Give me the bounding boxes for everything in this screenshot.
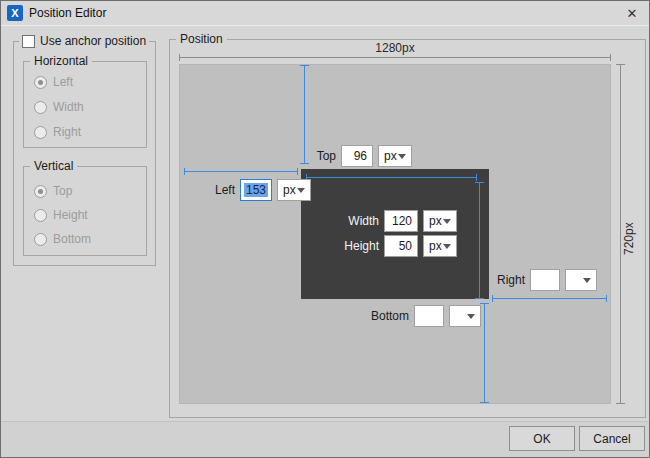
widget-rect xyxy=(301,169,489,299)
right-field-row: Right xyxy=(495,269,597,291)
cancel-button[interactable]: Cancel xyxy=(579,426,645,451)
page-width-ruler xyxy=(179,57,611,58)
radio-icon xyxy=(34,126,47,139)
app-icon: X xyxy=(7,5,23,21)
right-label: Right xyxy=(495,273,525,287)
left-field-row: Left 153 px xyxy=(209,179,311,201)
left-measure-line xyxy=(184,171,298,172)
bottom-measure-line xyxy=(484,303,485,403)
radio-icon xyxy=(34,101,47,114)
horizontal-caption: Horizontal xyxy=(30,54,92,68)
height-label: Height xyxy=(341,239,379,253)
close-icon[interactable]: ✕ xyxy=(621,4,643,22)
height-unit-value: px xyxy=(429,239,442,253)
width-unit-value: px xyxy=(429,214,442,228)
height-input[interactable]: 50 xyxy=(384,235,418,257)
top-label: Top xyxy=(312,149,336,163)
selected-text: 153 xyxy=(244,183,268,197)
top-unit-value: px xyxy=(384,149,397,163)
window-title: Position Editor xyxy=(29,6,621,20)
radio-right[interactable]: Right xyxy=(34,125,81,139)
height-measure-line xyxy=(479,182,480,299)
right-unit-dropdown[interactable] xyxy=(565,269,597,291)
top-unit-dropdown[interactable]: px xyxy=(378,145,412,167)
titlebar: X Position Editor ✕ xyxy=(1,1,649,26)
width-label: Width xyxy=(341,214,379,228)
radio-width[interactable]: Width xyxy=(34,100,84,114)
width-field-row: Width 120 px xyxy=(341,210,457,232)
radio-icon xyxy=(34,76,47,89)
page-width-label: 1280px xyxy=(179,41,611,55)
vertical-caption: Vertical xyxy=(30,159,77,173)
radio-top[interactable]: Top xyxy=(34,184,72,198)
right-measure-line xyxy=(492,298,607,299)
use-anchor-checkbox[interactable]: Use anchor position xyxy=(19,34,149,48)
bottom-unit-dropdown[interactable] xyxy=(449,305,481,327)
dropdown-arrow-icon xyxy=(297,188,305,193)
top-input[interactable]: 96 xyxy=(341,145,373,167)
left-label: Left xyxy=(209,183,235,197)
bottom-label: Bottom xyxy=(367,309,409,323)
checkbox-icon xyxy=(22,35,35,48)
left-unit-dropdown[interactable]: px xyxy=(277,179,311,201)
radio-icon xyxy=(34,209,47,222)
bottom-input[interactable] xyxy=(414,305,444,327)
right-input[interactable] xyxy=(530,269,560,291)
bottom-field-row: Bottom xyxy=(367,305,481,327)
top-field-row: Top 96 px xyxy=(312,145,412,167)
ok-button[interactable]: OK xyxy=(509,426,575,451)
dropdown-arrow-icon xyxy=(443,244,451,249)
dropdown-arrow-icon xyxy=(467,314,475,319)
dropdown-arrow-icon xyxy=(443,219,451,224)
top-measure-line xyxy=(304,65,305,164)
width-measure-line xyxy=(306,177,477,178)
radio-icon xyxy=(34,185,47,198)
page-height-ruler xyxy=(620,64,621,404)
left-input[interactable]: 153 xyxy=(240,179,272,201)
position-editor-dialog: X Position Editor ✕ Use anchor position … xyxy=(0,0,650,458)
width-unit-dropdown[interactable]: px xyxy=(423,210,457,232)
app-icon-glyph: X xyxy=(11,7,18,19)
use-anchor-label: Use anchor position xyxy=(40,34,146,48)
height-unit-dropdown[interactable]: px xyxy=(423,235,457,257)
left-unit-value: px xyxy=(283,183,296,197)
radio-left[interactable]: Left xyxy=(34,75,73,89)
dropdown-arrow-icon xyxy=(583,278,591,283)
page-height-label: 720px xyxy=(622,215,636,255)
radio-icon xyxy=(34,233,47,246)
radio-bottom[interactable]: Bottom xyxy=(34,232,91,246)
height-field-row: Height 50 px xyxy=(341,235,457,257)
dropdown-arrow-icon xyxy=(398,154,406,159)
radio-height[interactable]: Height xyxy=(34,208,88,222)
width-input[interactable]: 120 xyxy=(384,210,418,232)
